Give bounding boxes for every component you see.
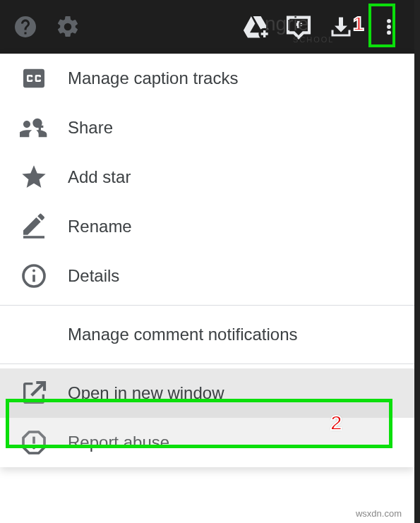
menu-label: Add star	[68, 167, 131, 187]
toolbar: ngrie SCHOOL	[0, 0, 414, 54]
info-icon	[17, 262, 51, 290]
share-icon	[17, 114, 51, 142]
menu-label: Manage comment notifications	[68, 325, 298, 344]
annotation-number-1: 1	[353, 13, 364, 35]
svg-point-6	[32, 270, 35, 272]
gear-icon[interactable]	[51, 10, 85, 44]
menu-item-rename[interactable]: Rename	[0, 202, 414, 251]
help-icon[interactable]	[8, 10, 42, 44]
comment-add-icon[interactable]	[282, 10, 316, 44]
menu-divider	[0, 305, 414, 306]
annotation-box-1	[368, 4, 395, 47]
menu-label: Details	[68, 266, 119, 286]
watermark: wsxdn.com	[356, 508, 402, 519]
cc-icon	[17, 64, 51, 92]
menu-item-share[interactable]: Share	[0, 103, 414, 152]
pencil-icon	[17, 212, 51, 241]
drive-add-icon[interactable]	[239, 10, 273, 44]
annotation-number-2: 2	[330, 411, 342, 435]
menu-item-details[interactable]: Details	[0, 251, 414, 301]
star-icon	[17, 163, 51, 191]
menu-label: Manage caption tracks	[68, 68, 238, 88]
menu-label: Rename	[68, 217, 132, 236]
menu-item-notifications[interactable]: Manage comment notifications	[0, 310, 414, 359]
menu-divider	[0, 363, 414, 364]
menu-item-caption-tracks[interactable]: Manage caption tracks	[0, 54, 414, 103]
menu-label: Share	[68, 118, 113, 138]
menu-item-add-star[interactable]: Add star	[0, 152, 414, 202]
